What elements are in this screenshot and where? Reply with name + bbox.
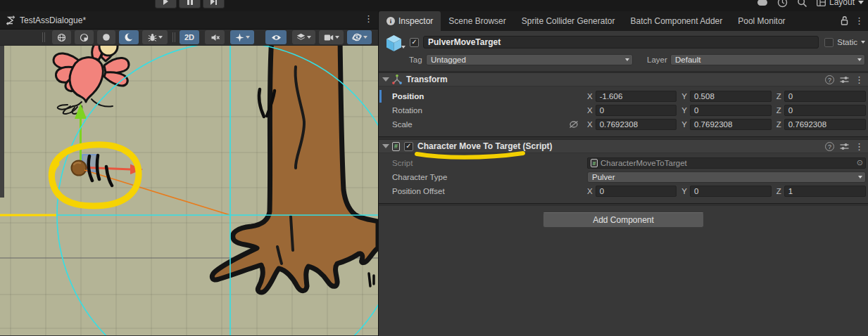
effects-button[interactable] — [230, 30, 254, 44]
bird-sprite[interactable] — [54, 46, 129, 114]
scene-tab-title[interactable]: TestAssDialogue* — [20, 15, 86, 25]
script-component-header[interactable]: # ✓ Character Move To Target (Script) ? … — [379, 139, 868, 153]
pause-button[interactable] — [179, 0, 201, 8]
gameobject-name-field[interactable]: PulverMoveTarget — [423, 36, 819, 49]
presets-icon[interactable] — [840, 143, 849, 150]
edge-marks — [369, 273, 374, 286]
2d-mode-button[interactable]: 2D — [180, 30, 199, 44]
rotation-x-field[interactable]: 0 — [596, 105, 677, 116]
crescent-moon-icon — [124, 32, 134, 42]
axis-y-label: Y — [681, 106, 687, 115]
shading-crescent-button[interactable] — [119, 30, 139, 44]
static-group: Static — [824, 38, 865, 47]
search-icon[interactable] — [797, 0, 807, 8]
shading-shaded-wire-button[interactable] — [75, 30, 94, 44]
position-offset-label[interactable]: Position Offset — [392, 187, 587, 195]
tag-dropdown[interactable]: Untagged — [426, 54, 633, 65]
step-icon — [210, 0, 217, 5]
main-toolbar: Layout — [0, 0, 868, 11]
play-button[interactable] — [155, 0, 177, 8]
scale-z-field[interactable]: 0.7692308 — [784, 119, 866, 130]
tab-label: Inspector — [398, 16, 433, 26]
static-dropdown-icon[interactable] — [861, 41, 865, 44]
script-label: Script — [392, 159, 587, 167]
help-icon[interactable]: ? — [825, 142, 834, 151]
character-type-dropdown[interactable]: Pulver — [587, 172, 866, 183]
component-menu-icon[interactable]: ⋮ — [855, 142, 864, 151]
position-x-field[interactable]: -1.606 — [596, 91, 677, 102]
tab-batch-component-adder[interactable]: Batch Component Adder — [622, 11, 730, 31]
gameobject-active-checkbox[interactable]: ✓ — [410, 38, 419, 47]
foldout-icon[interactable] — [382, 144, 389, 148]
debug-bug-button[interactable] — [142, 30, 168, 44]
character-type-label[interactable]: Character Type — [392, 173, 587, 181]
offset-z-field[interactable]: 1 — [784, 186, 866, 197]
tag-label: Tag — [409, 56, 424, 64]
chevron-down-icon — [363, 36, 367, 39]
component-menu-icon[interactable]: ⋮ — [855, 75, 864, 84]
inspector-tab-bar: i Inspector Scene Browser Sprite Collide… — [379, 11, 868, 31]
scene-tab-menu-icon[interactable]: ⋮ — [364, 14, 373, 23]
scene-visibility-button[interactable] — [265, 30, 287, 44]
annotation-circle — [51, 145, 139, 206]
gameobject-icon-group[interactable] — [384, 34, 410, 55]
step-button[interactable] — [203, 0, 225, 8]
position-label[interactable]: Position — [392, 92, 587, 101]
2d-label: 2D — [184, 33, 194, 41]
position-y-field[interactable]: 0.508 — [690, 91, 772, 102]
object-picker-icon[interactable]: ⊙ — [857, 158, 863, 167]
axis-x-label: X — [587, 187, 593, 195]
help-icon[interactable]: ? — [825, 75, 834, 84]
shading-solid-button[interactable] — [97, 30, 115, 44]
transform-header[interactable]: Transform ? ⋮ — [379, 72, 868, 86]
constrain-proportions-icon[interactable] — [569, 120, 579, 129]
scale-label[interactable]: Scale — [392, 120, 587, 129]
csharp-script-icon: # — [591, 159, 598, 167]
scene-canvas[interactable] — [0, 46, 378, 335]
layout-dropdown[interactable]: Layout — [817, 0, 864, 7]
chevron-down-icon — [858, 1, 864, 4]
tab-sprite-collider-generator[interactable]: Sprite Collider Generator — [514, 11, 623, 31]
csharp-script-icon: # — [392, 142, 400, 151]
tab-scene-browser[interactable]: Scene Browser — [441, 11, 513, 31]
shading-wireframe-button[interactable] — [52, 30, 71, 44]
script-object-name: CharacterMoveToTarget — [600, 159, 687, 167]
wireframe-sphere-icon — [57, 33, 66, 42]
scale-x-field[interactable]: 0.7692308 — [596, 119, 677, 130]
axis-x-label: X — [587, 106, 593, 115]
presets-icon[interactable] — [840, 76, 849, 84]
cloud-icon[interactable] — [757, 0, 768, 7]
layer-dropdown[interactable]: Default — [670, 54, 865, 65]
inspector-menu-icon[interactable]: ⋮ — [855, 16, 864, 25]
foldout-icon[interactable] — [382, 77, 389, 82]
camera-button[interactable] — [319, 30, 344, 44]
gizmos-button[interactable] — [347, 30, 372, 44]
position-z-field[interactable]: 0 — [784, 91, 866, 102]
rotation-z-field[interactable]: 0 — [784, 105, 866, 116]
chevron-down-icon — [857, 58, 862, 61]
chevron-down-icon — [625, 58, 629, 61]
toolbar-separator — [42, 32, 45, 42]
script-component-title: Character Move To Target (Script) — [417, 141, 553, 151]
tree-sprite[interactable] — [212, 46, 378, 292]
lock-icon[interactable] — [841, 15, 848, 25]
rotation-label[interactable]: Rotation — [392, 106, 587, 115]
tab-label: Sprite Collider Generator — [522, 16, 615, 26]
static-checkbox[interactable] — [824, 38, 834, 47]
offset-y-field[interactable]: 0 — [690, 186, 772, 197]
rotation-y-field[interactable]: 0 — [690, 105, 772, 116]
audio-muted-button[interactable] — [205, 30, 225, 44]
layout-grid-icon — [817, 0, 826, 6]
component-enabled-checkbox[interactable]: ✓ — [404, 142, 413, 151]
tab-inspector[interactable]: i Inspector — [379, 11, 441, 31]
layers-button[interactable] — [292, 30, 315, 44]
scale-y-field[interactable]: 0.7692308 — [690, 119, 772, 130]
axis-x-label: X — [587, 92, 593, 101]
tab-pool-monitor[interactable]: Pool Monitor — [730, 11, 793, 31]
offset-x-field[interactable]: 0 — [596, 186, 677, 197]
add-component-button[interactable]: Add Component — [543, 212, 704, 228]
inspector-pane: i Inspector Scene Browser Sprite Collide… — [378, 11, 868, 336]
clock-icon[interactable] — [777, 0, 788, 8]
transform-gizmo[interactable] — [72, 103, 144, 176]
script-object-field[interactable]: # CharacterMoveToTarget ⊙ — [587, 157, 866, 169]
